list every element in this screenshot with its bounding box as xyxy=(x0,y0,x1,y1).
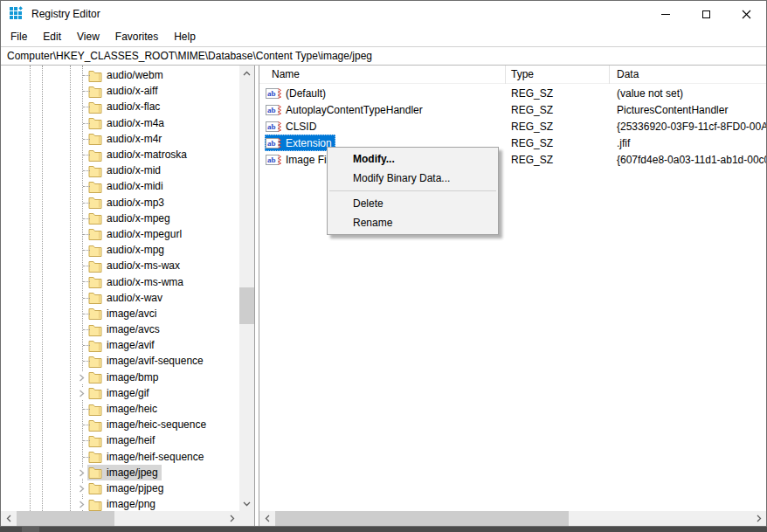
value-row--default-[interactable]: ab(Default)REG_SZ(value not set) xyxy=(259,85,766,101)
tree-item-image-heic-sequence[interactable]: image/heic-sequence xyxy=(1,417,239,432)
tree-item-audio-x-wav[interactable]: audio/x-wav xyxy=(1,290,239,306)
tree-horizontal-scrollbar[interactable] xyxy=(1,511,239,526)
tree-item-label: image/heif-sequence xyxy=(107,451,204,463)
scroll-right-icon[interactable] xyxy=(225,511,239,526)
tree-item-image-pjpeg[interactable]: image/pjpeg xyxy=(1,480,239,496)
tree-item-image-png[interactable]: image/png xyxy=(1,496,239,512)
expand-chevron-icon[interactable] xyxy=(76,372,87,383)
tree-item-audio-x-mpegurl[interactable]: audio/x-mpegurl xyxy=(1,226,239,242)
tree-item-audio-x-mpeg[interactable]: audio/x-mpeg xyxy=(1,211,239,226)
menu-file[interactable]: File xyxy=(3,28,35,45)
tree-item-image-avif[interactable]: image/avif xyxy=(1,337,239,353)
tree-connector xyxy=(83,155,90,155)
expand-chevron-icon[interactable] xyxy=(76,483,87,494)
tree-item-image-heif-sequence[interactable]: image/heif-sequence xyxy=(1,449,239,465)
string-value-icon: ab xyxy=(266,138,282,149)
folder-icon xyxy=(88,418,102,432)
address-bar[interactable]: Computer\HKEY_CLASSES_ROOT\MIME\Database… xyxy=(1,46,766,66)
tree-item-audio-x-m4r[interactable]: audio/x-m4r xyxy=(1,131,239,147)
tree-item-label: image/heif xyxy=(107,434,155,446)
tree-item-image-bmp[interactable]: image/bmp xyxy=(1,370,239,385)
expand-chevron-icon[interactable] xyxy=(76,388,87,399)
menu-view[interactable]: View xyxy=(69,28,107,45)
tree-item-label: audio/x-matroska xyxy=(107,149,187,161)
tree-item-label: audio/x-m4r xyxy=(107,133,162,145)
tree-connector xyxy=(83,281,90,282)
tree-item-audio-x-m4a[interactable]: audio/x-m4a xyxy=(1,115,239,131)
tree-vertical-scrollbar[interactable] xyxy=(239,66,254,511)
folder-icon xyxy=(88,69,102,82)
scroll-right-icon[interactable] xyxy=(751,511,766,526)
tree-item-label: audio/x-ms-wax xyxy=(107,259,180,272)
tree-item-label: audio/x-flac xyxy=(107,100,160,113)
tree-item-image-avci[interactable]: image/avci xyxy=(1,306,239,321)
list-horizontal-scrollbar[interactable] xyxy=(259,511,766,526)
value-row-clsid[interactable]: abCLSIDREG_SZ{25336920-03F9-11cf-8FD0-00… xyxy=(259,118,766,135)
minimize-button[interactable] xyxy=(646,1,686,27)
tree-item-audio-x-aiff[interactable]: audio/x-aiff xyxy=(1,83,239,99)
expand-chevron-icon[interactable] xyxy=(76,467,87,479)
main-area: audio/webmaudio/x-aiffaudio/x-flacaudio/… xyxy=(1,66,766,526)
scroll-down-icon[interactable] xyxy=(239,496,254,511)
scroll-left-icon[interactable] xyxy=(1,511,16,526)
menu-edit[interactable]: Edit xyxy=(35,28,69,45)
tree-item-audio-x-flac[interactable]: audio/x-flac xyxy=(1,99,239,114)
column-header-name[interactable]: Name xyxy=(259,66,506,84)
context-menu: Modify...Modify Binary Data...DeleteRena… xyxy=(327,147,499,235)
values-pane: Name Type Data ab(Default)REG_SZ(value n… xyxy=(259,66,766,526)
column-header-type[interactable]: Type xyxy=(506,66,610,84)
context-menu-item-modify-binary-data-[interactable]: Modify Binary Data... xyxy=(328,169,498,188)
tree-connector xyxy=(83,314,90,314)
close-button[interactable] xyxy=(726,1,766,27)
tree-item-audio-x-mp3[interactable]: audio/x-mp3 xyxy=(1,195,239,211)
tree-item-label: image/heic-sequence xyxy=(107,418,206,431)
folder-icon xyxy=(88,100,102,114)
tree-connector xyxy=(83,425,90,425)
window-title: Registry Editor xyxy=(31,8,100,20)
tree-item-image-jpeg[interactable]: image/jpeg xyxy=(1,465,239,480)
tree-item-audio-x-mpg[interactable]: audio/x-mpg xyxy=(1,242,239,258)
tree-item-image-heif[interactable]: image/heif xyxy=(1,432,239,448)
tree-connector xyxy=(83,234,90,235)
menu-help[interactable]: Help xyxy=(166,28,204,45)
tree-item-image-avif-sequence[interactable]: image/avif-sequence xyxy=(1,353,239,369)
column-header-data[interactable]: Data xyxy=(610,66,766,84)
value-name-cell: abCLSID xyxy=(259,118,506,135)
context-menu-item-rename[interactable]: Rename xyxy=(328,213,498,232)
pane-divider[interactable] xyxy=(254,66,259,526)
folder-icon xyxy=(88,116,102,129)
tree-item-label: audio/x-m4a xyxy=(107,117,164,129)
value-name-cell: ab(Default) xyxy=(259,85,506,101)
tree-item-label: image/jpeg xyxy=(107,466,158,479)
menu-bar: FileEditViewFavoritesHelp xyxy=(1,27,766,46)
tree-item-audio-x-matroska[interactable]: audio/x-matroska xyxy=(1,147,239,162)
tree-item-image-avcs[interactable]: image/avcs xyxy=(1,321,239,337)
folder-icon xyxy=(88,339,102,352)
tree-hscroll-thumb[interactable] xyxy=(17,511,114,526)
tree-item-label: audio/x-midi xyxy=(107,180,163,192)
tree-item-audio-x-midi[interactable]: audio/x-midi xyxy=(1,178,239,194)
tree-list: audio/webmaudio/x-aiffaudio/x-flacaudio/… xyxy=(1,67,239,526)
tree-item-audio-webm[interactable]: audio/webm xyxy=(1,67,239,83)
tree-item-audio-x-ms-wma[interactable]: audio/x-ms-wma xyxy=(1,273,239,289)
folder-icon xyxy=(88,498,102,511)
folder-icon xyxy=(88,481,102,494)
tree-pane: audio/webmaudio/x-aiffaudio/x-flacaudio/… xyxy=(1,66,254,526)
menu-favorites[interactable]: Favorites xyxy=(107,28,166,45)
value-row-autoplaycontenttypehandler[interactable]: abAutoplayContentTypeHandlerREG_SZPictur… xyxy=(259,101,766,118)
tree-item-image-heic[interactable]: image/heic xyxy=(1,401,239,417)
tree-connector xyxy=(83,123,90,124)
context-menu-item-modify-[interactable]: Modify... xyxy=(328,149,498,169)
list-hscroll-thumb[interactable] xyxy=(275,511,569,526)
tree-item-audio-x-ms-wax[interactable]: audio/x-ms-wax xyxy=(1,258,239,273)
folder-icon xyxy=(88,259,102,273)
tree-vscroll-thumb[interactable] xyxy=(239,287,254,324)
tree-item-audio-x-mid[interactable]: audio/x-mid xyxy=(1,162,239,178)
maximize-button[interactable] xyxy=(686,1,726,27)
context-menu-item-delete[interactable]: Delete xyxy=(328,194,498,213)
scroll-left-icon[interactable] xyxy=(259,511,274,526)
tree-item-image-gif[interactable]: image/gif xyxy=(1,385,239,401)
folder-icon xyxy=(88,403,102,416)
scroll-up-icon[interactable] xyxy=(239,66,254,80)
expand-chevron-icon[interactable] xyxy=(76,499,87,510)
